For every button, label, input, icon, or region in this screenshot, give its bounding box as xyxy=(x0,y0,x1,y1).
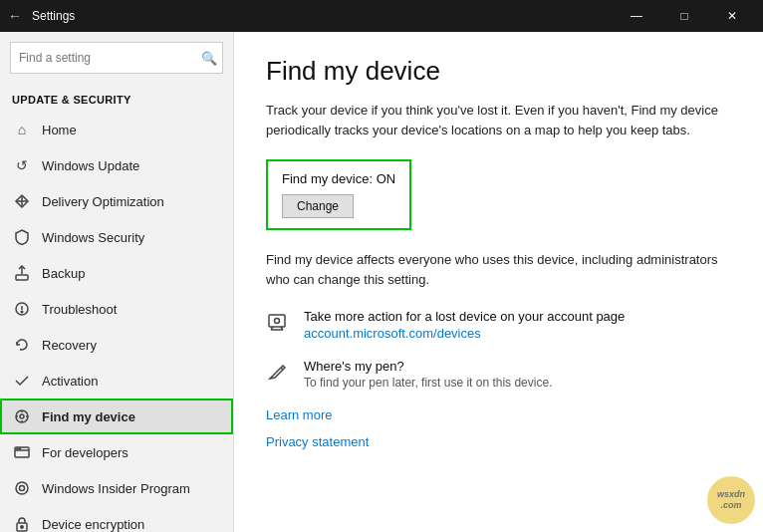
sidebar-item-label: Device encryption xyxy=(42,517,144,532)
svg-point-7 xyxy=(20,414,24,418)
lost-device-text: Take more action for a lost device on yo… xyxy=(304,309,625,324)
sidebar-item-windows-security[interactable]: Windows Security xyxy=(0,219,233,255)
sidebar-item-label: Windows Insider Program xyxy=(42,481,190,496)
pen-title: Where's my pen? xyxy=(304,359,552,374)
svg-rect-2 xyxy=(16,275,28,280)
sidebar-item-label: Troubleshoot xyxy=(42,302,117,317)
sidebar-item-label: For developers xyxy=(42,445,128,460)
svg-point-16 xyxy=(16,482,28,494)
status-label: Find my device: ON xyxy=(282,171,395,186)
sidebar-item-windows-update[interactable]: ↺ Windows Update xyxy=(0,147,233,183)
sidebar-item-device-encryption[interactable]: Device encryption xyxy=(0,506,233,532)
pen-content: Where's my pen? To find your pen later, … xyxy=(304,359,552,390)
sidebar-item-label: Delivery Optimization xyxy=(42,194,164,209)
main-container: 🔍 Update & Security ⌂ Home ↺ Windows Upd… xyxy=(0,32,763,532)
maximize-button[interactable]: □ xyxy=(661,0,707,32)
pen-subtitle: To find your pen later, first use it on … xyxy=(304,376,552,390)
encryption-icon xyxy=(12,514,32,532)
developer-icon xyxy=(12,442,32,462)
sidebar-item-label: Activation xyxy=(42,374,98,389)
sidebar-item-for-developers[interactable]: For developers xyxy=(0,434,233,470)
lost-device-icon xyxy=(266,311,294,338)
search-box: 🔍 xyxy=(10,42,223,74)
sidebar-item-label: Find my device xyxy=(42,409,135,424)
search-icon[interactable]: 🔍 xyxy=(201,51,217,66)
minimize-button[interactable]: — xyxy=(614,0,659,32)
recovery-icon xyxy=(12,335,32,355)
sidebar-item-troubleshoot[interactable]: Troubleshoot xyxy=(0,291,233,327)
lost-device-content: Take more action for a lost device on yo… xyxy=(304,309,625,341)
search-input[interactable] xyxy=(10,42,223,74)
update-icon: ↺ xyxy=(12,155,32,175)
sidebar-item-label: Home xyxy=(42,123,77,137)
home-icon: ⌂ xyxy=(12,120,32,139)
pen-icon xyxy=(266,361,294,388)
svg-rect-20 xyxy=(269,315,285,327)
svg-point-14 xyxy=(17,448,18,449)
pen-section: Where's my pen? To find your pen later, … xyxy=(266,359,731,390)
sidebar-item-label: Recovery xyxy=(42,338,97,353)
learn-more-link[interactable]: Learn more xyxy=(266,407,731,422)
svg-point-17 xyxy=(20,486,25,491)
sidebar-item-label: Windows Security xyxy=(42,230,144,245)
svg-point-15 xyxy=(19,448,20,449)
sidebar-item-label: Backup xyxy=(42,266,85,281)
window-controls: — □ ✕ xyxy=(614,0,755,32)
sidebar-item-recovery[interactable]: Recovery xyxy=(0,327,233,363)
privacy-statement-link[interactable]: Privacy statement xyxy=(266,434,731,449)
svg-line-25 xyxy=(281,368,283,370)
section-header: Update & Security xyxy=(0,82,233,112)
sidebar-item-find-my-device[interactable]: Find my device xyxy=(0,399,233,434)
sidebar: 🔍 Update & Security ⌂ Home ↺ Windows Upd… xyxy=(0,32,234,532)
back-button[interactable]: ← xyxy=(8,8,22,24)
sidebar-item-label: Windows Update xyxy=(42,158,139,173)
sidebar-item-activation[interactable]: Activation xyxy=(0,363,233,399)
troubleshoot-icon xyxy=(12,299,32,319)
content-area: Find my device Track your device if you … xyxy=(234,32,763,532)
account-link[interactable]: account.microsoft.com/devices xyxy=(304,326,481,341)
lost-device-section: Take more action for a lost device on yo… xyxy=(266,309,731,341)
svg-point-19 xyxy=(21,526,23,528)
find-device-icon xyxy=(12,406,32,426)
page-title: Find my device xyxy=(266,56,731,87)
status-box: Find my device: ON Change xyxy=(266,159,411,230)
insider-icon xyxy=(12,478,32,498)
close-button[interactable]: ✕ xyxy=(709,0,755,32)
svg-point-24 xyxy=(275,319,280,324)
activation-icon xyxy=(12,371,32,391)
backup-icon xyxy=(12,263,32,283)
sidebar-item-delivery-optimization[interactable]: Delivery Optimization xyxy=(0,183,233,219)
security-icon xyxy=(12,227,32,247)
sidebar-item-backup[interactable]: Backup xyxy=(0,255,233,291)
sidebar-item-windows-insider[interactable]: Windows Insider Program xyxy=(0,470,233,506)
svg-point-5 xyxy=(21,311,23,313)
delivery-icon xyxy=(12,191,32,211)
titlebar-title: Settings xyxy=(32,9,75,23)
sidebar-item-home[interactable]: ⌂ Home xyxy=(0,112,233,147)
titlebar: ← Settings — □ ✕ xyxy=(0,0,763,32)
change-button[interactable]: Change xyxy=(282,194,354,218)
page-description: Track your device if you think you've lo… xyxy=(266,101,731,139)
affects-text: Find my device affects everyone who uses… xyxy=(266,250,731,289)
